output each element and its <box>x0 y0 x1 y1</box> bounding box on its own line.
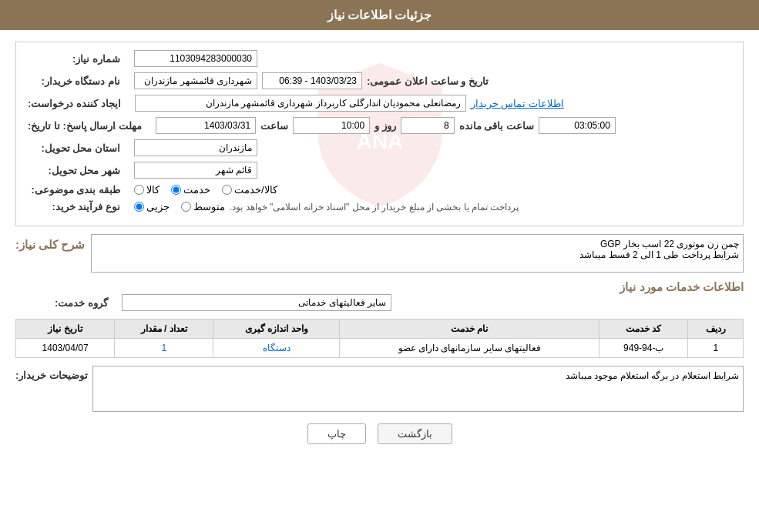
creator-row: اطلاعات تماس خریدار ایجاد کننده درخواست: <box>28 95 731 112</box>
page-title: جزئیات اطلاعات نیاز <box>327 8 432 22</box>
city-label: شهر محل تحویل: <box>28 165 120 176</box>
category-label: طبقه بندی موضوعی: <box>28 184 120 196</box>
cell-date: 1403/04/07 <box>16 339 115 358</box>
category-service-label: کالا/خدمت <box>234 184 277 196</box>
print-button[interactable]: چاپ <box>307 423 366 444</box>
category-row: کالا/خدمت خدمت کالا طبقه بندی موضوعی: <box>28 184 731 196</box>
purchase-medium-item: متوسط <box>181 201 225 212</box>
cell-service-name: فعالیتهای سایر سازمانهای دارای عضو <box>340 339 599 358</box>
purchase-small-radio[interactable] <box>134 202 144 212</box>
category-both-item: خدمت <box>171 184 210 196</box>
reply-deadline-row: ساعت باقی مانده روز و ساعت مهلت ارسال پا… <box>28 117 731 134</box>
col-unit: واحد اندازه گیری <box>213 320 340 339</box>
services-title: اطلاعات خدمات مورد نیاز <box>620 280 744 293</box>
category-radio-group: کالا/خدمت خدمت کالا <box>134 184 277 196</box>
category-goods-item: کالا <box>134 184 160 196</box>
service-group-label: گروه خدمت: <box>15 297 108 309</box>
announce-input[interactable] <box>262 72 362 89</box>
need-number-row: شماره نیاز: <box>28 50 731 67</box>
need-desc-line2: شرایط پرداخت طی 1 الی 2 قسط میباشد <box>579 249 739 260</box>
buyer-desc-text: شرایط استعلام در برگه استعلام موجود میبا… <box>566 370 739 381</box>
announce-label: تاریخ و ساعت اعلان عمومی: <box>367 75 489 87</box>
province-input[interactable] <box>134 139 257 156</box>
table-header-row: ردیف کد خدمت نام خدمت واحد اندازه گیری ت… <box>16 320 744 339</box>
page-container: جزئیات اطلاعات نیاز ANA شماره نیاز: تاری… <box>0 0 759 532</box>
col-date: تاریخ نیاز <box>16 320 115 339</box>
category-goods-label: کالا <box>146 184 160 196</box>
days-label: روز و <box>374 120 396 132</box>
table-row: 1 ب-94-949 فعالیتهای سایر سازمانهای دارا… <box>16 339 744 358</box>
back-button[interactable]: بازگشت <box>378 423 452 444</box>
province-row: استان محل تحویل: <box>28 139 731 156</box>
creator-input[interactable] <box>135 95 466 112</box>
need-number-label: شماره نیاز: <box>28 53 120 65</box>
buyer-desc-section: شرایط استعلام در برگه استعلام موجود میبا… <box>15 366 744 412</box>
need-desc-section: چمن زن موتوری 22 اسب بخار GGP شرایط پردا… <box>15 234 744 273</box>
city-input[interactable] <box>134 162 257 179</box>
buyer-desc-box: شرایط استعلام در برگه استعلام موجود میبا… <box>92 366 744 412</box>
purchase-note: پرداخت تمام یا بخشی از مبلغ خریدار از مح… <box>230 202 519 212</box>
reply-time-input[interactable] <box>293 117 370 134</box>
reply-deadline-label: مهلت ارسال پاسخ: تا تاریخ: <box>28 120 142 132</box>
col-row-num: ردیف <box>688 320 744 339</box>
service-group-row: گروه خدمت: <box>15 294 744 311</box>
main-form-section: ANA شماره نیاز: تاریخ و ساعت اعلان عمومی… <box>15 42 744 226</box>
services-table-section: ردیف کد خدمت نام خدمت واحد اندازه گیری ت… <box>15 319 744 358</box>
cell-unit: دستگاه <box>213 339 340 358</box>
category-both-label: خدمت <box>183 184 210 196</box>
purchase-small-label: جزیی <box>146 201 170 212</box>
content-area: ANA شماره نیاز: تاریخ و ساعت اعلان عمومی… <box>0 30 759 467</box>
remaining-time-input[interactable] <box>539 117 616 134</box>
time-label: ساعت <box>260 120 288 132</box>
category-both-radio[interactable] <box>171 185 181 195</box>
col-quantity: تعداد / مقدار <box>115 320 213 339</box>
purchase-medium-label: متوسط <box>193 201 225 212</box>
need-description-box: چمن زن موتوری 22 اسب بخار GGP شرایط پردا… <box>91 234 744 273</box>
purchase-radio-group: متوسط جزیی <box>134 201 225 212</box>
purchase-small-item: جزیی <box>134 201 170 212</box>
category-goods-radio[interactable] <box>134 185 144 195</box>
remaining-label: ساعت باقی مانده <box>459 120 534 132</box>
need-desc-container: چمن زن موتوری 22 اسب بخار GGP شرایط پردا… <box>91 234 744 273</box>
buyer-org-row: تاریخ و ساعت اعلان عمومی: نام دستگاه خری… <box>28 72 731 89</box>
reply-date-input[interactable] <box>156 117 256 134</box>
purchase-type-label: نوع فرآیند خرید: <box>28 201 120 212</box>
city-row: شهر محل تحویل: <box>28 162 731 179</box>
services-table: ردیف کد خدمت نام خدمت واحد اندازه گیری ت… <box>15 319 744 358</box>
need-desc-line1: چمن زن موتوری 22 اسب بخار GGP <box>600 239 739 249</box>
buyer-desc-label: توضیحات خریدار: <box>15 370 88 381</box>
cell-row-num: 1 <box>688 339 744 358</box>
days-input[interactable] <box>401 117 455 134</box>
page-header: جزئیات اطلاعات نیاز <box>0 0 759 30</box>
category-service-radio[interactable] <box>222 185 232 195</box>
need-number-input[interactable] <box>134 50 257 67</box>
service-group-input[interactable] <box>122 294 391 311</box>
cell-quantity: 1 <box>115 339 213 358</box>
purchase-type-row: پرداخت تمام یا بخشی از مبلغ خریدار از مح… <box>28 201 731 212</box>
buyer-org-label: نام دستگاه خریدار: <box>28 75 120 87</box>
purchase-medium-radio[interactable] <box>181 202 191 212</box>
need-desc-label: شرح کلی نیاز: <box>15 238 85 251</box>
need-desc-label-container: شرح کلی نیاز: <box>15 234 85 252</box>
province-label: استان محل تحویل: <box>28 142 120 154</box>
creator-label: ایجاد کننده درخواست: <box>28 98 121 109</box>
contact-info-link[interactable]: اطلاعات تماس خریدار <box>471 98 564 109</box>
buyer-org-input[interactable] <box>134 72 257 89</box>
col-service-name: نام خدمت <box>340 320 599 339</box>
category-service-item: کالا/خدمت <box>222 184 277 196</box>
col-service-code: کد خدمت <box>599 320 688 339</box>
buyer-desc-label-container: توضیحات خریدار: <box>15 366 88 381</box>
services-title-container: اطلاعات خدمات مورد نیاز <box>15 280 744 294</box>
cell-service-code: ب-94-949 <box>599 339 688 358</box>
buttons-row: بازگشت چاپ <box>15 423 744 456</box>
